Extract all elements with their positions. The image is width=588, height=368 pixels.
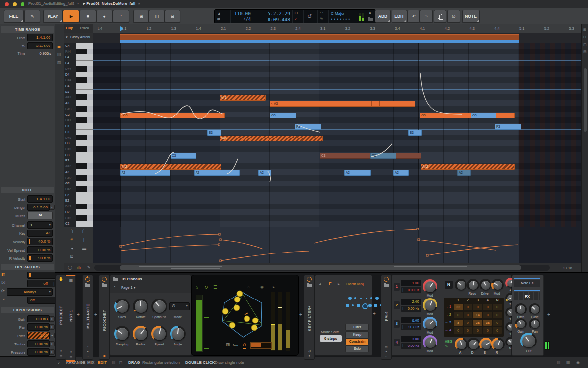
white-key[interactable]: [76, 169, 93, 175]
mute-speaker-icon[interactable]: ◄: [70, 246, 74, 251]
automation-curve-icon[interactable]: ◠: [320, 11, 323, 15]
device-power-icon[interactable]: [102, 277, 107, 282]
toggle-device-panel-button[interactable]: ◫: [149, 10, 165, 23]
expression-lane[interactable]: [93, 227, 581, 263]
fm4-top-knob-mod[interactable]: [491, 279, 504, 291]
tempo-section[interactable]: 110.00 4/4: [230, 10, 253, 23]
fm4-top-knob-drive[interactable]: [479, 279, 491, 291]
root-note-value[interactable]: F: [329, 281, 332, 286]
fm4-op-freq-field[interactable]: |11.7 Hz: [401, 324, 421, 330]
piano-key[interactable]: F3: [64, 123, 93, 129]
ricochet-knob-angle[interactable]: [170, 326, 186, 342]
matrix-cell[interactable]: 0: [483, 312, 492, 318]
fm4-adsr-a[interactable]: [455, 338, 468, 351]
midi-note[interactable]: G3: [471, 113, 496, 118]
white-key[interactable]: [76, 112, 93, 118]
play-button[interactable]: ▶: [63, 10, 79, 23]
matrix-cell[interactable]: 0: [483, 327, 492, 334]
scale-dot-top[interactable]: [375, 297, 379, 300]
script-console-icon[interactable]: ▤: [557, 357, 561, 368]
expr-gain-field[interactable]: 0.0 dB: [27, 315, 50, 322]
automation-section[interactable]: ◠ ∿: [317, 10, 329, 23]
matrix-cell[interactable]: 0: [493, 304, 502, 310]
metronome-section[interactable]: ▲ ⇄: [215, 10, 231, 23]
fm4-op-mod-knob[interactable]: [423, 317, 437, 331]
note-length-flag-button[interactable]: ▸: [50, 205, 55, 210]
expr-pitch-field[interactable]: 1.00: [27, 332, 50, 339]
scale-section[interactable]: C Major ●●●●●●●: [328, 10, 357, 23]
midi-note[interactable]: D#3: [220, 136, 323, 141]
histogram-icon[interactable]: ılı: [77, 265, 81, 270]
project-tab[interactable]: ✋PROJECT●▭: [56, 275, 66, 360]
midi-note[interactable]: G3: [270, 113, 296, 118]
white-key[interactable]: [76, 123, 93, 129]
onscreen-keyboard-icon[interactable]: ▦: [566, 357, 570, 368]
ricochet-knob-speed[interactable]: [151, 326, 167, 342]
piano-key[interactable]: B2: [64, 158, 93, 163]
matrix-cell[interactable]: 0: [464, 304, 472, 310]
fm4-n-button[interactable]: N: [445, 281, 453, 289]
piano-key[interactable]: B3: [64, 89, 93, 95]
expr-timbre-field[interactable]: 0.00 %: [27, 340, 50, 347]
preset-folder-icon[interactable]: [384, 284, 389, 287]
notefx-knob-pitch[interactable]: [515, 303, 527, 315]
matrix-cell[interactable]: 0: [493, 312, 502, 318]
black-key[interactable]: [76, 77, 93, 83]
strip-bottom-icon[interactable]: ↔: [385, 354, 388, 357]
layer-filter[interactable]: ▼Bassy Antoni: [64, 33, 93, 44]
loop-icon[interactable]: ↺: [307, 13, 312, 20]
piano-key[interactable]: D3: [64, 140, 93, 146]
inst-track-tab[interactable]: ▦INST 1●▭: [66, 275, 76, 362]
from-field[interactable]: 1.4.1.00: [27, 34, 53, 41]
fm4-op-mod-knob[interactable]: [423, 298, 437, 312]
doc-tab-1[interactable]: Prod01_AudioEditing_full2×: [28, 0, 79, 8]
white-key[interactable]: [76, 43, 93, 49]
minimize-traffic-light[interactable]: [13, 2, 17, 6]
midi-note[interactable]: A#2: [120, 164, 221, 170]
black-key[interactable]: [76, 135, 93, 141]
matrix-cell[interactable]: 0: [464, 312, 472, 318]
fm4-adsr-r[interactable]: [491, 338, 505, 351]
occurrence-dropdown[interactable]: Always▾: [7, 288, 53, 296]
note-muted-toggle[interactable]: M: [27, 212, 53, 219]
midi-note[interactable]: A2: [194, 170, 240, 176]
midi-note[interactable]: C3: [171, 153, 196, 159]
close-traffic-light[interactable]: [5, 2, 9, 6]
matrix-cell[interactable]: 28: [473, 320, 482, 326]
black-key[interactable]: [76, 186, 93, 192]
piano-key[interactable]: A#2: [64, 163, 93, 169]
scale-value[interactable]: C Major: [331, 11, 344, 16]
fm4-top-knob-filter[interactable]: [455, 279, 467, 291]
edit-menu-button[interactable]: EDIT: [392, 10, 407, 23]
draw-pencil-icon[interactable]: ✎: [87, 265, 91, 270]
device-strip-fm4[interactable]: FM-4▭●↔: [381, 275, 392, 360]
matrix-cell[interactable]: 0: [464, 320, 472, 326]
to-field[interactable]: 2.1.4.00: [27, 42, 53, 49]
matrix-cell[interactable]: 0: [454, 312, 463, 318]
metronome-icon[interactable]: ▲: [217, 11, 221, 16]
play-menu-button[interactable]: PLAY: [43, 10, 63, 23]
midi-note[interactable]: A#2: [421, 164, 515, 170]
piano-key[interactable]: G2: [64, 181, 93, 186]
fm4-op-ratio-field[interactable]: 3.00: [401, 336, 421, 342]
fx-slot-button[interactable]: FX: [514, 292, 540, 300]
h-scrollbar-track[interactable]: [94, 265, 550, 271]
add-device-icon[interactable]: +: [547, 312, 550, 317]
matrix-cell[interactable]: 0: [493, 320, 502, 326]
preset-folder-icon[interactable]: [102, 284, 107, 287]
doc-tab-2-close-icon[interactable]: ×: [138, 1, 140, 6]
note-edit-mode-icon[interactable]: ▣: [57, 45, 61, 49]
remote-page-name[interactable]: Page 1 ▾: [121, 285, 136, 290]
white-key[interactable]: [76, 83, 93, 89]
notefx-knob-pan[interactable]: [529, 318, 540, 330]
piano-key[interactable]: C2: [64, 221, 93, 227]
play-position-value[interactable]: 5.2.2.29: [268, 11, 290, 16]
piano-key[interactable]: D2: [64, 209, 93, 215]
white-key[interactable]: [76, 54, 93, 60]
scale-dot-bottom[interactable]: [357, 304, 360, 307]
note-r-velocity-field[interactable]: 90.6 %: [27, 254, 53, 262]
key-filter-mode-keep[interactable]: Keep: [345, 331, 369, 338]
preset-name[interactable]: Tri Pinballs: [121, 277, 142, 281]
scale-dot-top[interactable]: [360, 298, 362, 299]
piano-key[interactable]: C#3: [64, 146, 93, 152]
